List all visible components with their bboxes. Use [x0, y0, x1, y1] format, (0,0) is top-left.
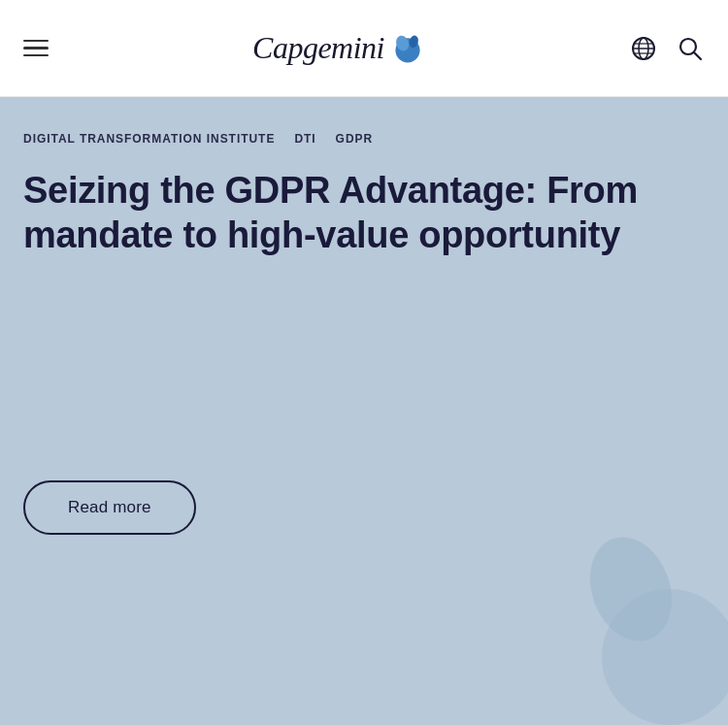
svg-line-9: [694, 52, 701, 59]
header-actions: [629, 34, 705, 63]
read-more-button[interactable]: Read more: [23, 480, 196, 535]
hero-decoration-icon: [553, 482, 728, 725]
logo-area: Capgemini: [252, 30, 425, 66]
breadcrumb-item-3[interactable]: GDPR: [336, 132, 374, 146]
breadcrumb: DIGITAL TRANSFORMATION INSTITUTE DTI GDP…: [23, 132, 705, 146]
main-header: Capgemini: [0, 0, 728, 97]
hero-section: DIGITAL TRANSFORMATION INSTITUTE DTI GDP…: [0, 97, 728, 725]
hamburger-icon[interactable]: [23, 40, 49, 57]
hero-title: Seizing the GDPR Advantage: From mandate…: [23, 169, 683, 257]
menu-button[interactable]: [23, 40, 49, 57]
breadcrumb-item-2[interactable]: DTI: [294, 132, 315, 146]
breadcrumb-item-1[interactable]: DIGITAL TRANSFORMATION INSTITUTE: [23, 132, 275, 146]
search-icon[interactable]: [676, 34, 705, 63]
logo-text: Capgemini: [252, 30, 384, 66]
globe-icon[interactable]: [629, 34, 658, 63]
logo-droplet-icon: [390, 31, 425, 66]
